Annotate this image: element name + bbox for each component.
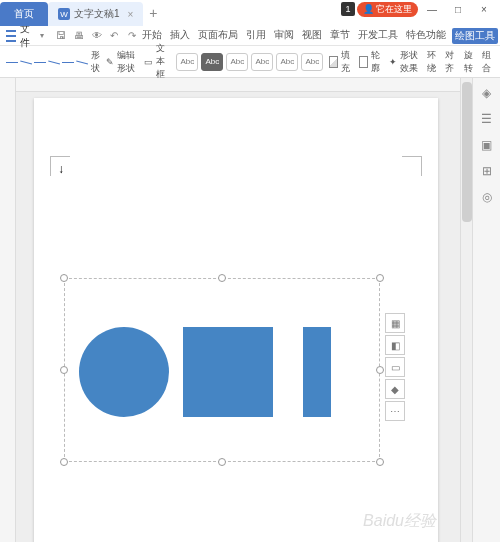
tab-section[interactable]: 章节	[328, 28, 352, 44]
floating-toolbar: ▦ ◧ ▭ ◆ ⋯	[385, 313, 405, 421]
hamburger-icon[interactable]	[6, 30, 16, 42]
style-preset-2[interactable]: Abc	[201, 53, 223, 71]
fill-label[interactable]: 填充	[341, 49, 353, 75]
float-outline-icon[interactable]: ▭	[385, 357, 405, 377]
resize-handle-s[interactable]	[218, 458, 226, 466]
tab-dev[interactable]: 开发工具	[356, 28, 400, 44]
tab-close-icon[interactable]: ×	[128, 9, 134, 20]
sidebar-limit-icon[interactable]: ⊞	[478, 162, 496, 180]
login-label: 它在这里	[376, 3, 412, 16]
right-sidebar: ◈ ☰ ▣ ⊞ ◎	[472, 78, 500, 542]
float-layout-icon[interactable]: ▦	[385, 313, 405, 333]
vertical-scrollbar[interactable]	[460, 78, 472, 542]
window-close[interactable]: ×	[472, 0, 496, 18]
wrap-label[interactable]: 环绕	[427, 49, 439, 75]
horizontal-ruler	[16, 78, 460, 92]
print-icon[interactable]: 🖶	[74, 30, 86, 42]
style-preset-1[interactable]: Abc	[176, 53, 198, 71]
doc-icon: W	[58, 8, 70, 20]
login-button[interactable]: 👤 它在这里	[357, 2, 418, 17]
shape-circle[interactable]	[79, 327, 169, 417]
shapes-label: 形状	[91, 49, 100, 75]
resize-handle-nw[interactable]	[60, 274, 68, 282]
sidebar-nav-icon[interactable]: ☰	[478, 110, 496, 128]
tab-drawing-tools[interactable]: 绘图工具	[452, 28, 498, 44]
tab-review[interactable]: 审阅	[272, 28, 296, 44]
textbox-icon[interactable]: ▭	[144, 57, 153, 67]
resize-handle-se[interactable]	[376, 458, 384, 466]
user-icon: 👤	[363, 4, 374, 14]
outline-icon[interactable]	[359, 56, 368, 68]
resize-handle-e[interactable]	[376, 366, 384, 374]
undo-icon[interactable]: ↶	[110, 30, 122, 42]
tab-layout[interactable]: 页面布局	[196, 28, 240, 44]
fill-icon[interactable]	[329, 56, 338, 68]
scrollbar-thumb[interactable]	[462, 82, 472, 222]
tab-home-label: 首页	[14, 7, 34, 21]
notification-badge[interactable]: 1	[341, 2, 355, 16]
textbox-label[interactable]: 文本框	[156, 42, 170, 81]
float-fill-icon[interactable]: ◧	[385, 335, 405, 355]
tab-home[interactable]: 首页	[0, 2, 48, 26]
text-cursor: ↓	[58, 162, 64, 176]
sidebar-select-icon[interactable]: ▣	[478, 136, 496, 154]
vertical-ruler	[0, 78, 16, 542]
shape-square[interactable]	[183, 327, 273, 417]
edit-shape-icon[interactable]: ✎	[106, 57, 114, 67]
style-gallery[interactable]: Abc Abc Abc Abc Abc Abc	[176, 53, 323, 71]
style-preset-6[interactable]: Abc	[301, 53, 323, 71]
effect-icon[interactable]: ✦	[389, 57, 397, 67]
style-preset-3[interactable]: Abc	[226, 53, 248, 71]
preview-icon[interactable]: 👁	[92, 30, 104, 42]
tab-feature[interactable]: 特色功能	[404, 28, 448, 44]
resize-handle-ne[interactable]	[376, 274, 384, 282]
rotate-label[interactable]: 旋转	[464, 49, 476, 75]
group-label[interactable]: 组合	[482, 49, 494, 75]
float-more-icon[interactable]: ⋯	[385, 401, 405, 421]
window-maximize[interactable]: □	[446, 0, 470, 18]
tab-view[interactable]: 视图	[300, 28, 324, 44]
align-label[interactable]: 对齐	[445, 49, 457, 75]
save-icon[interactable]: 🖫	[56, 30, 68, 42]
sidebar-style-icon[interactable]: ◈	[478, 84, 496, 102]
sidebar-backup-icon[interactable]: ◎	[478, 188, 496, 206]
tab-reference[interactable]: 引用	[244, 28, 268, 44]
file-menu-arrow-icon: ▾	[40, 31, 44, 40]
resize-handle-w[interactable]	[60, 366, 68, 374]
window-minimize[interactable]: —	[420, 0, 444, 18]
shape-effect-label[interactable]: 形状效果	[400, 49, 421, 75]
tab-document[interactable]: W 文字文稿1 ×	[48, 2, 143, 26]
shape-selection[interactable]: ▦ ◧ ▭ ◆ ⋯	[64, 278, 380, 462]
add-tab-button[interactable]: +	[143, 5, 163, 21]
document-page[interactable]: ↓ ▦ ◧ ▭ ◆ ⋯	[34, 98, 438, 542]
resize-handle-sw[interactable]	[60, 458, 68, 466]
edit-shape-label[interactable]: 编辑形状	[117, 49, 138, 75]
style-preset-4[interactable]: Abc	[251, 53, 273, 71]
outline-label[interactable]: 轮廓	[371, 49, 383, 75]
ribbon-tabs: 开始 插入 页面布局 引用 审阅 视图 章节 开发工具 特色功能 绘图工具	[140, 28, 498, 44]
redo-icon[interactable]: ↷	[128, 30, 140, 42]
tab-document-label: 文字文稿1	[74, 7, 120, 21]
margin-corner-tr	[402, 156, 422, 176]
tab-insert[interactable]: 插入	[168, 28, 192, 44]
float-effect-icon[interactable]: ◆	[385, 379, 405, 399]
style-preset-5[interactable]: Abc	[276, 53, 298, 71]
line-style-gallery[interactable]	[6, 56, 88, 68]
resize-handle-n[interactable]	[218, 274, 226, 282]
shape-rect[interactable]	[303, 327, 331, 417]
